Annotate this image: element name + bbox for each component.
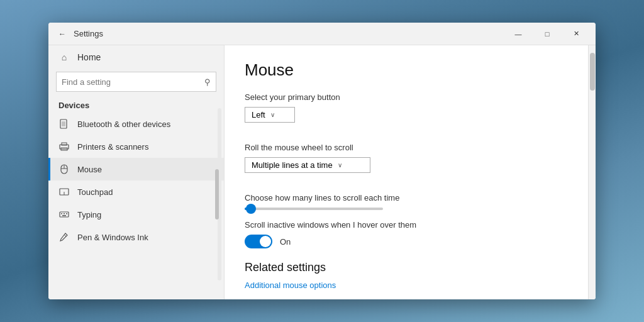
scroll-wheel-value: Multiple lines at a time (252, 160, 333, 170)
scroll-lines-slider-thumb[interactable] (246, 204, 256, 214)
sidebar-item-typing[interactable]: Typing (48, 203, 224, 226)
bluetooth-icon (58, 118, 70, 130)
scroll-inactive-toggle[interactable] (245, 235, 272, 248)
svg-rect-11 (61, 213, 62, 214)
scroll-lines-label: Choose how many lines to scroll each tim… (245, 193, 568, 203)
sidebar-item-mouse[interactable]: Mouse (48, 158, 224, 180)
window-controls: — □ ✕ (504, 24, 591, 44)
sidebar-label-mouse: Mouse (77, 165, 102, 174)
main-scrollbar-thumb[interactable] (590, 53, 595, 91)
svg-rect-13 (66, 213, 67, 214)
content-area: ⌂ Home ⚲ Devices (48, 45, 596, 299)
primary-button-label: Select your primary button (245, 92, 568, 102)
settings-window: ← Settings — □ ✕ ⌂ Home ⚲ D (48, 23, 596, 299)
toggle-knob (260, 236, 271, 247)
svg-rect-10 (60, 212, 69, 217)
scroll-inactive-toggle-row: On (245, 235, 568, 248)
touchpad-icon (58, 186, 70, 197)
scroll-wheel-section: Roll the mouse wheel to scroll Multiple … (245, 143, 568, 183)
minimize-button[interactable]: — (504, 24, 533, 44)
search-box[interactable]: ⚲ (56, 72, 216, 92)
scroll-inactive-label: Scroll inactive windows when I hover ove… (245, 220, 568, 230)
sidebar-label-pen: Pen & Windows Ink (77, 233, 148, 242)
sidebar-label-printers: Printers & scanners (77, 142, 148, 152)
section-header-devices: Devices (48, 97, 224, 113)
sidebar-label-typing: Typing (77, 210, 101, 219)
additional-mouse-options-link[interactable]: Additional mouse options (245, 280, 336, 290)
typing-icon (58, 209, 70, 220)
sidebar: ⌂ Home ⚲ Devices (48, 45, 225, 299)
sidebar-item-touchpad[interactable]: Touchpad (48, 180, 224, 203)
pen-icon (58, 231, 70, 243)
main-content: Mouse Select your primary button Left ∨ … (225, 45, 596, 299)
primary-button-section: Select your primary button Left ∨ (245, 92, 568, 133)
sidebar-item-printers[interactable]: Printers & scanners (48, 135, 224, 158)
page-title: Mouse (245, 60, 568, 80)
chevron-down-icon-2: ∨ (338, 162, 342, 169)
svg-line-15 (64, 235, 66, 236)
chevron-down-icon: ∨ (270, 111, 275, 118)
svg-rect-14 (62, 215, 66, 216)
printer-icon (58, 141, 70, 152)
search-input[interactable] (62, 77, 201, 87)
back-button[interactable]: ← (53, 25, 71, 43)
sidebar-label-touchpad: Touchpad (77, 187, 113, 197)
sidebar-label-bluetooth: Bluetooth & other devices (77, 119, 170, 129)
scroll-lines-slider-track (245, 208, 383, 210)
scroll-wheel-label: Roll the mouse wheel to scroll (245, 143, 568, 152)
main-inner: Mouse Select your primary button Left ∨ … (225, 45, 588, 299)
svg-rect-1 (62, 121, 65, 126)
related-settings-section: Related settings Additional mouse option… (245, 261, 568, 291)
scroll-inactive-section: Scroll inactive windows when I hover ove… (245, 220, 568, 248)
scroll-lines-section: Choose how many lines to scroll each tim… (245, 193, 568, 210)
home-icon: ⌂ (58, 52, 70, 63)
search-icon: ⚲ (204, 77, 211, 87)
window-title: Settings (74, 29, 504, 38)
primary-button-dropdown[interactable]: Left ∨ (245, 107, 295, 123)
svg-rect-12 (64, 213, 65, 214)
home-label: Home (77, 52, 101, 62)
mouse-icon (58, 164, 70, 175)
titlebar: ← Settings — □ ✕ (48, 23, 596, 45)
sidebar-content: ⌂ Home ⚲ Devices (48, 45, 224, 299)
sidebar-item-bluetooth[interactable]: Bluetooth & other devices (48, 113, 224, 135)
sidebar-item-home[interactable]: ⌂ Home (48, 45, 224, 69)
sidebar-item-pen[interactable]: Pen & Windows Ink (48, 226, 224, 248)
close-button[interactable]: ✕ (562, 24, 591, 44)
scroll-inactive-toggle-label: On (280, 237, 291, 247)
related-settings-title: Related settings (245, 261, 568, 274)
main-scrollbar-track (588, 45, 596, 299)
sidebar-scrollbar-track (218, 108, 221, 280)
sidebar-scrollbar-thumb[interactable] (215, 169, 219, 219)
maximize-button[interactable]: □ (533, 24, 562, 44)
scroll-wheel-dropdown[interactable]: Multiple lines at a time ∨ (245, 157, 370, 173)
primary-button-value: Left (252, 110, 265, 119)
